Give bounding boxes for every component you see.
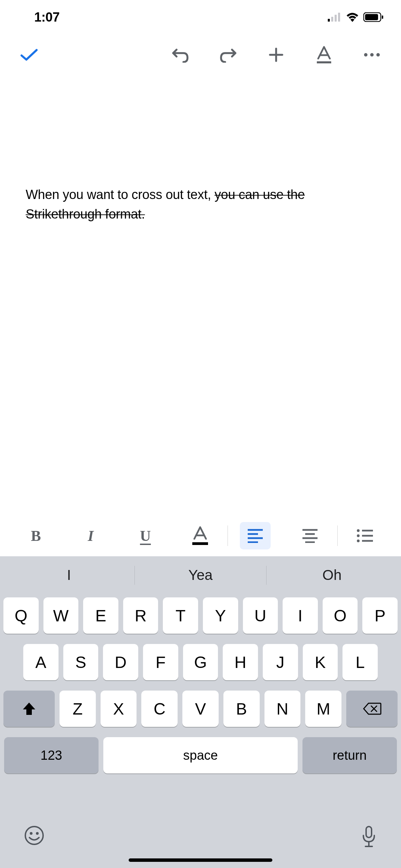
key-e[interactable]: E <box>83 597 118 634</box>
status-indicators <box>328 12 384 22</box>
text-color-icon <box>192 526 209 546</box>
key-shift[interactable] <box>3 691 55 727</box>
align-center-icon <box>302 529 318 543</box>
italic-button[interactable]: I <box>63 519 118 553</box>
svg-point-27 <box>30 832 33 835</box>
more-button[interactable] <box>360 43 384 67</box>
key-space[interactable]: space <box>103 737 298 773</box>
battery-icon <box>363 12 384 22</box>
home-indicator[interactable] <box>129 858 272 862</box>
key-g[interactable]: G <box>183 644 218 680</box>
key-h[interactable]: H <box>223 644 258 680</box>
suggestion-3[interactable]: Oh <box>267 567 398 583</box>
key-b[interactable]: B <box>223 691 260 727</box>
text-format-icon <box>315 46 333 64</box>
undo-button[interactable] <box>168 43 192 67</box>
insert-button[interactable] <box>264 43 288 67</box>
key-backspace[interactable] <box>346 691 398 727</box>
align-center-button[interactable] <box>283 519 337 553</box>
emoji-icon <box>24 825 44 846</box>
bullet-list-button[interactable] <box>338 519 392 553</box>
key-n[interactable]: N <box>264 691 301 727</box>
svg-rect-5 <box>365 14 378 20</box>
svg-rect-7 <box>317 61 331 63</box>
document-area[interactable]: When you want to cross out text, you can… <box>0 75 401 515</box>
editor-toolbar <box>0 34 401 75</box>
key-m[interactable]: M <box>305 691 341 727</box>
underline-label: U <box>140 527 151 545</box>
svg-rect-11 <box>192 542 208 545</box>
key-f[interactable]: F <box>143 644 178 680</box>
backspace-icon <box>362 702 381 716</box>
svg-rect-3 <box>338 13 340 22</box>
align-left-button[interactable] <box>228 519 283 553</box>
key-u[interactable]: U <box>243 597 278 634</box>
key-q[interactable]: Q <box>3 597 39 634</box>
emoji-button[interactable] <box>24 825 44 846</box>
svg-point-10 <box>376 53 380 57</box>
document-paragraph[interactable]: When you want to cross out text, you can… <box>26 185 375 224</box>
key-c[interactable]: C <box>141 691 178 727</box>
dictation-button[interactable] <box>361 825 377 848</box>
bullet-list-icon <box>357 529 374 543</box>
text-color-button[interactable] <box>173 519 228 553</box>
check-icon <box>20 48 38 62</box>
key-d[interactable]: D <box>103 644 138 680</box>
format-bar: B I U <box>0 515 401 556</box>
key-row-4: 123 space return <box>3 737 398 773</box>
key-k[interactable]: K <box>303 644 338 680</box>
bold-label: B <box>31 527 41 545</box>
redo-icon <box>220 47 237 63</box>
shift-icon <box>21 700 37 717</box>
key-p[interactable]: P <box>362 597 398 634</box>
plus-icon <box>268 47 284 63</box>
undo-icon <box>172 47 189 63</box>
suggestion-2[interactable]: Yea <box>135 567 266 583</box>
key-t[interactable]: T <box>163 597 198 634</box>
underline-button[interactable]: U <box>118 519 173 553</box>
align-left-icon <box>247 529 263 543</box>
text-format-button[interactable] <box>312 43 336 67</box>
done-button[interactable] <box>17 43 41 67</box>
suggestion-row: I Yea Oh <box>0 556 401 594</box>
key-s[interactable]: S <box>63 644 99 680</box>
svg-point-22 <box>357 534 360 537</box>
key-j[interactable]: J <box>263 644 298 680</box>
more-icon <box>363 52 380 57</box>
italic-label: I <box>88 527 93 545</box>
key-row-1: Q W E R T Y U I O P <box>3 597 398 634</box>
status-time: 1:07 <box>34 10 60 25</box>
svg-point-24 <box>357 540 360 542</box>
svg-point-28 <box>36 832 39 835</box>
key-l[interactable]: L <box>342 644 378 680</box>
wifi-icon <box>346 12 359 22</box>
svg-rect-1 <box>331 17 333 22</box>
svg-point-20 <box>357 529 360 532</box>
keyboard: I Yea Oh Q W E R T Y U I O P A S D <box>0 556 401 868</box>
key-x[interactable]: X <box>101 691 137 727</box>
key-123[interactable]: 123 <box>4 737 99 773</box>
svg-rect-29 <box>366 827 372 838</box>
key-a[interactable]: A <box>23 644 59 680</box>
svg-point-9 <box>370 53 374 57</box>
cellular-icon <box>328 13 341 22</box>
svg-rect-0 <box>328 19 330 22</box>
key-z[interactable]: Z <box>60 691 96 727</box>
key-w[interactable]: W <box>43 597 79 634</box>
mic-icon <box>361 825 377 848</box>
key-o[interactable]: O <box>323 597 358 634</box>
key-row-2: A S D F G H J K L <box>3 644 398 680</box>
svg-rect-2 <box>335 15 337 22</box>
svg-point-26 <box>25 827 43 844</box>
key-r[interactable]: R <box>123 597 158 634</box>
key-v[interactable]: V <box>182 691 219 727</box>
key-y[interactable]: Y <box>203 597 238 634</box>
key-return[interactable]: return <box>302 737 397 773</box>
suggestion-1[interactable]: I <box>3 567 134 583</box>
redo-button[interactable] <box>216 43 240 67</box>
document-text-plain: When you want to cross out text, <box>26 187 215 202</box>
key-i[interactable]: I <box>283 597 318 634</box>
key-row-3: Z X C V B N M <box>3 691 398 727</box>
bold-button[interactable]: B <box>9 519 63 553</box>
svg-point-8 <box>364 53 367 57</box>
